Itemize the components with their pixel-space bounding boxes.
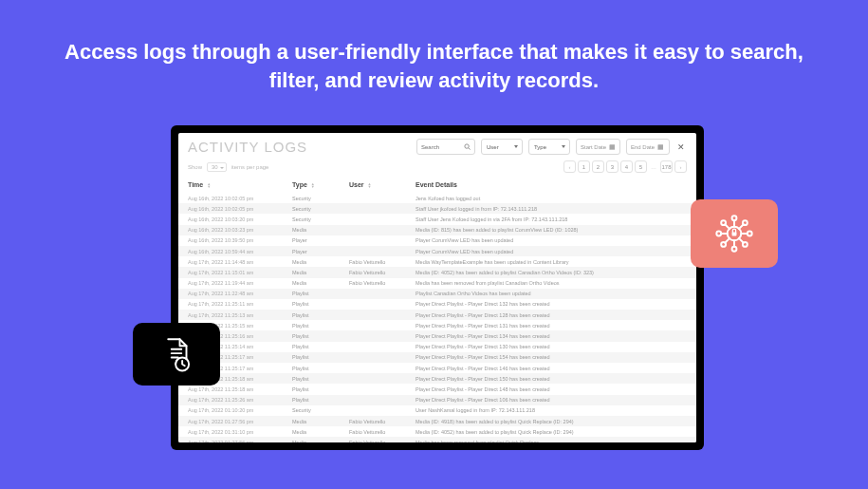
cell-event: Player Direct Playlist - Player Direct 1… xyxy=(416,333,687,339)
cell-event: User NashKamal logged in from IP: 72.143… xyxy=(416,407,687,413)
cell-time: Aug 16th, 2022 10:39:50 pm xyxy=(188,237,292,243)
page-5[interactable]: 5 xyxy=(635,160,647,173)
table-row[interactable]: Aug 17th, 2022 11:25:15 amPlaylistPlayer… xyxy=(178,320,696,330)
table-row[interactable]: Aug 16th, 2022 10:02:05 pmSecurityStaff … xyxy=(178,203,696,214)
pagination: ‹ 1 2 3 4 5 … 178 › xyxy=(563,160,687,173)
per-page-prefix: Show xyxy=(188,164,202,170)
cell-time: Aug 16th, 2022 10:03:23 pm xyxy=(188,227,292,233)
cell-type: Security xyxy=(292,407,349,413)
sort-icon: ▲▼ xyxy=(368,182,372,188)
search-field[interactable] xyxy=(416,139,475,155)
table-row[interactable]: Aug 17th, 2022 11:25:17 amPlaylistPlayer… xyxy=(178,363,696,373)
cell-event: Media (ID: 815) has been added to playli… xyxy=(416,227,687,233)
table-row[interactable]: Aug 17th, 2022 11:22:48 amPlaylistPlayli… xyxy=(178,289,696,299)
page-title: ACTIVITY LOGS xyxy=(188,139,411,155)
page-1[interactable]: 1 xyxy=(578,160,590,173)
table-row[interactable]: Aug 17th, 2022 11:15:01 amMediaFabio Vet… xyxy=(178,267,696,277)
cell-type: Media xyxy=(292,227,349,233)
cell-type: Playlist xyxy=(292,344,349,349)
svg-line-17 xyxy=(725,224,729,229)
topbar: ACTIVITY LOGS User Type Start Date ▦ End… xyxy=(178,133,696,160)
clear-filters-button[interactable]: ✕ xyxy=(675,142,687,152)
cell-event: Media has been removed from playlist Can… xyxy=(416,280,687,286)
start-date-label: Start Date xyxy=(581,144,606,150)
cell-time: Aug 17th, 2022 11:25:11 am xyxy=(188,301,292,307)
svg-point-0 xyxy=(465,144,469,148)
cell-event: Media (ID: 4052) has been added to playl… xyxy=(416,429,687,435)
sort-icon: ▲▼ xyxy=(311,182,315,188)
table-row[interactable]: Aug 17th, 2022 11:25:26 amPlaylistPlayer… xyxy=(178,395,696,405)
table-row[interactable]: Aug 17th, 2022 11:25:13 amPlaylistPlayer… xyxy=(178,310,696,320)
subbar: Show 30 items per page ‹ 1 2 3 4 5 … 178… xyxy=(178,160,696,177)
cell-type: Playlist xyxy=(292,333,349,339)
page-prev-button[interactable]: ‹ xyxy=(563,160,576,173)
cell-type: Security xyxy=(292,216,349,222)
cell-time: Aug 17th, 2022 01:27:56 pm xyxy=(188,440,292,442)
cell-type: Media xyxy=(292,280,349,286)
table-row[interactable]: Aug 17th, 2022 11:14:48 amMediaFabio Vet… xyxy=(178,256,696,267)
cell-user: Fabio Vetturello xyxy=(349,280,416,286)
page-next-button[interactable]: › xyxy=(674,160,687,173)
cell-time: Aug 16th, 2022 10:03:20 pm xyxy=(188,216,292,222)
cell-time: Aug 16th, 2022 10:02:05 pm xyxy=(188,196,292,201)
table-row[interactable]: Aug 16th, 2022 10:02:05 pmSecurityJens K… xyxy=(178,193,696,203)
cell-event: Jens Kofoed has logged out xyxy=(416,196,687,201)
cell-time: Aug 17th, 2022 01:31:10 pm xyxy=(188,429,292,435)
table-row[interactable]: Aug 17th, 2022 11:25:18 amPlaylistPlayer… xyxy=(178,373,696,384)
cell-time: Aug 17th, 2022 11:25:13 am xyxy=(188,312,292,318)
table-row[interactable]: Aug 17th, 2022 01:31:10 pmMediaFabio Vet… xyxy=(178,426,696,437)
filter-type-select[interactable]: Type xyxy=(528,139,570,155)
col-event[interactable]: Event Details xyxy=(416,181,687,188)
calendar-icon: ▦ xyxy=(609,143,616,151)
table-row[interactable]: Aug 17th, 2022 01:27:56 pmMediaFabio Vet… xyxy=(178,437,696,442)
table-row[interactable]: Aug 17th, 2022 11:25:16 amPlaylistPlayer… xyxy=(178,330,696,341)
table-row[interactable]: Aug 17th, 2022 01:10:20 pmSecurityUser N… xyxy=(178,405,696,416)
cell-time: Aug 16th, 2022 10:59:44 am xyxy=(188,249,292,254)
start-date-input[interactable]: Start Date ▦ xyxy=(576,139,620,155)
table-row[interactable]: Aug 17th, 2022 11:25:18 amPlaylistPlayer… xyxy=(178,384,696,394)
cell-type: Media xyxy=(292,429,349,435)
cell-event: Player Direct Playlist - Player Direct 1… xyxy=(416,376,687,382)
cell-time: Aug 16th, 2022 10:02:05 pm xyxy=(188,206,292,212)
app-screen: ACTIVITY LOGS User Type Start Date ▦ End… xyxy=(178,133,696,442)
table-row[interactable]: Aug 16th, 2022 10:03:20 pmSecurityStaff … xyxy=(178,214,696,224)
cell-type: Playlist xyxy=(292,366,349,371)
cell-time: Aug 17th, 2022 11:25:18 am xyxy=(188,386,292,392)
cell-event: Player Direct Playlist - Player Direct 1… xyxy=(416,344,687,349)
cell-event: Staff User Jens Kofoed logged in via 2FA… xyxy=(416,216,687,222)
table-row[interactable]: Aug 17th, 2022 11:25:14 amPlaylistPlayer… xyxy=(178,342,696,352)
filter-type-label: Type xyxy=(534,144,546,150)
table-row[interactable]: Aug 17th, 2022 11:19:44 amMediaFabio Vet… xyxy=(178,278,696,289)
cell-event: Player Direct Playlist - Player Direct 1… xyxy=(416,397,687,403)
table-row[interactable]: Aug 17th, 2022 11:25:17 amPlaylistPlayer… xyxy=(178,352,696,363)
filter-user-select[interactable]: User xyxy=(481,139,523,155)
col-type[interactable]: Type▲▼ xyxy=(292,181,349,188)
cell-user: Fabio Vetturello xyxy=(349,270,416,275)
end-date-input[interactable]: End Date ▦ xyxy=(626,139,670,155)
table-row[interactable]: Aug 17th, 2022 11:25:11 amPlaylistPlayer… xyxy=(178,299,696,310)
page-last[interactable]: 178 xyxy=(660,160,673,173)
cell-type: Playlist xyxy=(292,312,349,318)
page-4[interactable]: 4 xyxy=(620,160,633,173)
search-input[interactable] xyxy=(421,144,461,150)
svg-line-19 xyxy=(739,224,744,229)
cell-event: Staff User jkofoed logged in from IP: 72… xyxy=(416,206,687,212)
table-row[interactable]: Aug 16th, 2022 10:39:50 pmPlayerPlayer C… xyxy=(178,235,696,246)
table-row[interactable]: Aug 16th, 2022 10:59:44 amPlayerPlayer C… xyxy=(178,246,696,256)
cell-event: Player Direct Playlist - Player Direct 1… xyxy=(416,366,687,371)
cell-type: Playlist xyxy=(292,386,349,392)
col-user[interactable]: User▲▼ xyxy=(349,181,416,188)
page-3[interactable]: 3 xyxy=(606,160,619,173)
cell-type: Security xyxy=(292,206,349,212)
cell-event: Media WayTemplateExample has been update… xyxy=(416,259,687,265)
hero-headline: Access logs through a user-friendly inte… xyxy=(0,0,868,94)
cell-event: Media has been removed from playlist Qui… xyxy=(416,440,687,442)
table-row[interactable]: Aug 17th, 2022 01:27:56 pmMediaFabio Vet… xyxy=(178,416,696,426)
col-time[interactable]: Time▲▼ xyxy=(188,181,292,188)
table-row[interactable]: Aug 16th, 2022 10:03:23 pmMediaMedia (ID… xyxy=(178,225,696,235)
per-page-select[interactable]: 30 xyxy=(207,162,227,172)
per-page-label: items per page xyxy=(231,164,269,170)
page-2[interactable]: 2 xyxy=(592,160,604,173)
svg-line-1 xyxy=(469,148,471,150)
filter-user-label: User xyxy=(487,144,499,150)
